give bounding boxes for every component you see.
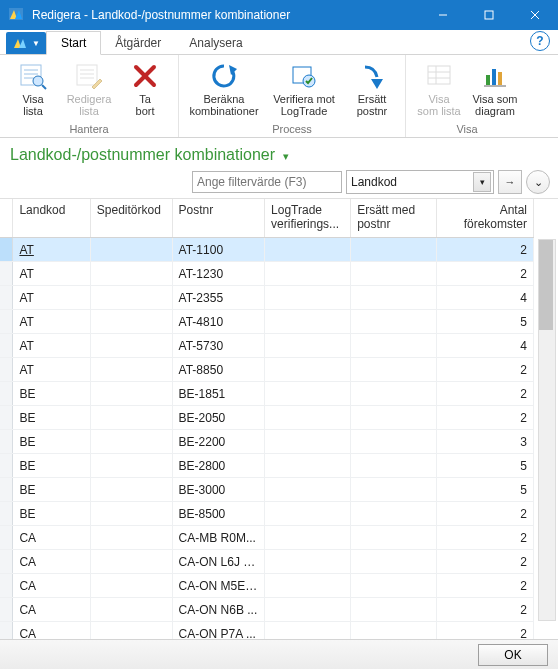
table-cell[interactable] bbox=[90, 238, 172, 262]
minimize-button[interactable] bbox=[420, 0, 466, 30]
table-cell[interactable] bbox=[351, 406, 437, 430]
tab-atgarder[interactable]: Åtgärder bbox=[101, 32, 175, 54]
table-cell[interactable] bbox=[90, 574, 172, 598]
table-cell[interactable] bbox=[351, 262, 437, 286]
table-cell[interactable] bbox=[265, 526, 351, 550]
table-cell[interactable] bbox=[265, 262, 351, 286]
col-antal[interactable]: Antal förekomster bbox=[437, 199, 534, 238]
table-cell[interactable]: 3 bbox=[437, 430, 534, 454]
table-row[interactable]: BEBE-30005 bbox=[0, 478, 534, 502]
berakna-kombinationer-button[interactable]: Beräkna kombinationer bbox=[185, 57, 263, 119]
filter-value-input[interactable] bbox=[192, 171, 342, 193]
table-row[interactable]: BEBE-28005 bbox=[0, 454, 534, 478]
table-row[interactable]: BEBE-22003 bbox=[0, 430, 534, 454]
table-cell[interactable] bbox=[0, 550, 13, 574]
visa-lista-button[interactable]: Visa lista bbox=[6, 57, 60, 119]
filter-go-button[interactable]: → bbox=[498, 170, 522, 194]
table-cell[interactable] bbox=[90, 358, 172, 382]
ersatt-postnr-button[interactable]: Ersätt postnr bbox=[345, 57, 399, 119]
table-cell[interactable] bbox=[90, 430, 172, 454]
table-cell[interactable]: BE bbox=[13, 454, 90, 478]
table-cell[interactable]: CA bbox=[13, 526, 90, 550]
table-cell[interactable]: AT-1230 bbox=[172, 262, 265, 286]
ok-button[interactable]: OK bbox=[478, 644, 548, 666]
col-landkod[interactable]: Landkod bbox=[13, 199, 90, 238]
table-cell[interactable] bbox=[0, 454, 13, 478]
table-cell[interactable]: 4 bbox=[437, 286, 534, 310]
table-cell[interactable]: BE-3000 bbox=[172, 478, 265, 502]
table-cell[interactable]: BE-2050 bbox=[172, 406, 265, 430]
table-cell[interactable]: 2 bbox=[437, 550, 534, 574]
verifiera-logtrade-button[interactable]: Verifiera mot LogTrade bbox=[265, 57, 343, 119]
table-row[interactable]: BEBE-20502 bbox=[0, 406, 534, 430]
table-cell[interactable] bbox=[351, 502, 437, 526]
scrollbar-thumb[interactable] bbox=[539, 240, 553, 330]
table-cell[interactable]: 2 bbox=[437, 574, 534, 598]
table-row[interactable]: ATAT-12302 bbox=[0, 262, 534, 286]
table-cell[interactable] bbox=[90, 262, 172, 286]
filter-column-combo[interactable]: Landkod ▾ bbox=[346, 170, 494, 194]
close-button[interactable] bbox=[512, 0, 558, 30]
table-row[interactable]: CACA-ON L6J 3J32 bbox=[0, 550, 534, 574]
table-cell[interactable] bbox=[265, 358, 351, 382]
table-cell[interactable]: AT-2355 bbox=[172, 286, 265, 310]
table-cell[interactable] bbox=[90, 406, 172, 430]
table-cell[interactable] bbox=[351, 310, 437, 334]
data-grid[interactable]: Landkod Speditörkod Postnr LogTrade veri… bbox=[0, 199, 534, 646]
table-cell[interactable] bbox=[90, 334, 172, 358]
table-cell[interactable] bbox=[351, 430, 437, 454]
table-cell[interactable]: CA-MB R0M... bbox=[172, 526, 265, 550]
table-cell[interactable] bbox=[90, 502, 172, 526]
table-cell[interactable] bbox=[265, 478, 351, 502]
table-cell[interactable]: BE bbox=[13, 430, 90, 454]
visa-som-diagram-button[interactable]: Visa som diagram bbox=[468, 57, 522, 119]
table-cell[interactable] bbox=[265, 406, 351, 430]
table-cell[interactable]: BE-8500 bbox=[172, 502, 265, 526]
filter-expand-button[interactable]: ⌄ bbox=[526, 170, 550, 194]
table-cell[interactable] bbox=[90, 526, 172, 550]
table-cell[interactable]: 2 bbox=[437, 598, 534, 622]
table-row[interactable]: ATAT-88502 bbox=[0, 358, 534, 382]
table-cell[interactable]: AT bbox=[13, 334, 90, 358]
table-cell[interactable]: AT-8850 bbox=[172, 358, 265, 382]
table-row[interactable]: BEBE-18512 bbox=[0, 382, 534, 406]
table-cell[interactable]: 2 bbox=[437, 358, 534, 382]
tab-analysera[interactable]: Analysera bbox=[175, 32, 256, 54]
table-cell[interactable]: BE bbox=[13, 382, 90, 406]
help-button[interactable]: ? bbox=[530, 31, 550, 51]
table-cell[interactable] bbox=[0, 478, 13, 502]
table-cell[interactable] bbox=[0, 526, 13, 550]
table-cell[interactable]: 4 bbox=[437, 334, 534, 358]
table-cell[interactable]: AT-5730 bbox=[172, 334, 265, 358]
table-cell[interactable] bbox=[0, 502, 13, 526]
table-row[interactable]: CACA-ON N6B ...2 bbox=[0, 598, 534, 622]
table-cell[interactable] bbox=[265, 574, 351, 598]
table-cell[interactable]: BE bbox=[13, 406, 90, 430]
table-cell[interactable]: BE bbox=[13, 478, 90, 502]
table-cell[interactable] bbox=[0, 574, 13, 598]
table-cell[interactable] bbox=[265, 238, 351, 262]
table-row[interactable]: ATAT-48105 bbox=[0, 310, 534, 334]
table-cell[interactable]: BE-1851 bbox=[172, 382, 265, 406]
table-cell[interactable]: CA bbox=[13, 574, 90, 598]
table-cell[interactable] bbox=[351, 574, 437, 598]
table-cell[interactable] bbox=[0, 406, 13, 430]
table-cell[interactable]: AT-1100 bbox=[172, 238, 265, 262]
table-cell[interactable]: 2 bbox=[437, 238, 534, 262]
table-cell[interactable] bbox=[351, 382, 437, 406]
table-cell[interactable]: 2 bbox=[437, 262, 534, 286]
table-cell[interactable] bbox=[265, 454, 351, 478]
table-cell[interactable] bbox=[351, 526, 437, 550]
table-cell[interactable] bbox=[90, 382, 172, 406]
redigera-lista-button[interactable]: Redigera lista bbox=[62, 57, 116, 119]
col-ersatt[interactable]: Ersätt med postnr bbox=[351, 199, 437, 238]
table-row[interactable]: CACA-MB R0M...2 bbox=[0, 526, 534, 550]
table-cell[interactable] bbox=[265, 598, 351, 622]
table-cell[interactable]: AT bbox=[13, 310, 90, 334]
table-cell[interactable] bbox=[351, 478, 437, 502]
table-cell[interactable]: CA-ON L6J 3J3 bbox=[172, 550, 265, 574]
table-row[interactable]: CACA-ON M5E ...2 bbox=[0, 574, 534, 598]
table-cell[interactable] bbox=[265, 502, 351, 526]
table-cell[interactable]: AT bbox=[13, 238, 90, 262]
table-cell[interactable]: BE-2800 bbox=[172, 454, 265, 478]
